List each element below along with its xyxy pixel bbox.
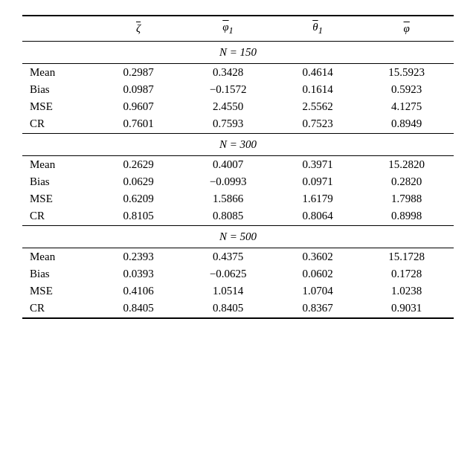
cell-theta1: 1.0704 [276,282,360,300]
cell-zeta: 0.0629 [97,173,181,190]
cell-theta1: 0.3971 [276,156,360,174]
cell-phi1: 0.7593 [180,115,275,134]
cell-phi1: 1.5866 [180,190,275,207]
cell-theta1: 0.1614 [276,81,360,98]
table-container: ζ φ1 θ1 φ N = 150Mean0.29870.34280.46141… [22,15,454,319]
cell-zeta: 0.0987 [97,81,181,98]
cell-zeta: 0.6209 [97,190,181,207]
col-header-zeta: ζ [97,16,181,42]
cell-measure: Mean [22,248,97,266]
cell-theta1: 1.6179 [276,190,360,207]
cell-measure: Bias [22,173,97,190]
table-row: CR0.76010.75930.75230.8949 [22,115,454,134]
cell-varphi: 15.1728 [359,248,454,266]
cell-measure: Mean [22,156,97,174]
cell-zeta: 0.8405 [97,300,181,318]
cell-varphi: 1.0238 [359,282,454,300]
cell-theta1: 0.0971 [276,173,360,190]
table-row: MSE0.62091.58661.61791.7988 [22,190,454,207]
cell-varphi: 0.8949 [359,115,454,134]
cell-measure: MSE [22,282,97,300]
table-row: Bias0.0393−0.06250.06020.1728 [22,265,454,282]
cell-theta1: 0.7523 [276,115,360,134]
cell-theta1: 0.3602 [276,248,360,266]
cell-phi1: 2.4550 [180,98,275,115]
table-row: Mean0.29870.34280.461415.5923 [22,64,454,82]
cell-varphi: 15.5923 [359,64,454,82]
cell-phi1: 0.3428 [180,64,275,82]
cell-measure: CR [22,207,97,226]
cell-theta1: 0.8064 [276,207,360,226]
cell-measure: Bias [22,265,97,282]
cell-phi1: 0.4375 [180,248,275,266]
table-row: CR0.84050.84050.83670.9031 [22,300,454,318]
data-table: ζ φ1 θ1 φ N = 150Mean0.29870.34280.46141… [22,15,454,319]
cell-phi1: 1.0514 [180,282,275,300]
col-header-measures [22,16,97,42]
cell-measure: Mean [22,64,97,82]
cell-measure: MSE [22,190,97,207]
cell-phi1: −0.0625 [180,265,275,282]
cell-measure: CR [22,300,97,318]
cell-varphi: 0.9031 [359,300,454,318]
table-row: Bias0.0629−0.09930.09710.2820 [22,173,454,190]
cell-varphi: 0.8998 [359,207,454,226]
cell-measure: CR [22,115,97,134]
table-row: MSE0.41061.05141.07041.0238 [22,282,454,300]
cell-zeta: 0.2629 [97,156,181,174]
cell-phi1: 0.4007 [180,156,275,174]
cell-varphi: 4.1275 [359,98,454,115]
cell-zeta: 0.7601 [97,115,181,134]
cell-varphi: 0.5923 [359,81,454,98]
col-header-varphi: φ [359,16,454,42]
table-row: MSE0.96072.45502.55624.1275 [22,98,454,115]
cell-phi1: −0.1572 [180,81,275,98]
cell-zeta: 0.0393 [97,265,181,282]
table-row: CR0.81050.80850.80640.8998 [22,207,454,226]
cell-measure: MSE [22,98,97,115]
cell-varphi: 0.2820 [359,173,454,190]
section-header-1: N = 150 [22,42,454,64]
section-header-3: N = 500 [22,226,454,248]
cell-zeta: 0.8105 [97,207,181,226]
cell-zeta: 0.2987 [97,64,181,82]
cell-phi1: 0.8405 [180,300,275,318]
table-row: Mean0.23930.43750.360215.1728 [22,248,454,266]
cell-zeta: 0.2393 [97,248,181,266]
section-header-2: N = 300 [22,134,454,156]
cell-zeta: 0.9607 [97,98,181,115]
cell-varphi: 0.1728 [359,265,454,282]
cell-phi1: 0.8085 [180,207,275,226]
col-header-theta1: θ1 [276,16,360,42]
cell-theta1: 0.4614 [276,64,360,82]
table-row: Bias0.0987−0.15720.16140.5923 [22,81,454,98]
cell-zeta: 0.4106 [97,282,181,300]
cell-varphi: 1.7988 [359,190,454,207]
cell-theta1: 0.0602 [276,265,360,282]
cell-theta1: 0.8367 [276,300,360,318]
cell-measure: Bias [22,81,97,98]
col-header-phi1: φ1 [180,16,275,42]
cell-theta1: 2.5562 [276,98,360,115]
cell-phi1: −0.0993 [180,173,275,190]
table-row: Mean0.26290.40070.397115.2820 [22,156,454,174]
cell-varphi: 15.2820 [359,156,454,174]
